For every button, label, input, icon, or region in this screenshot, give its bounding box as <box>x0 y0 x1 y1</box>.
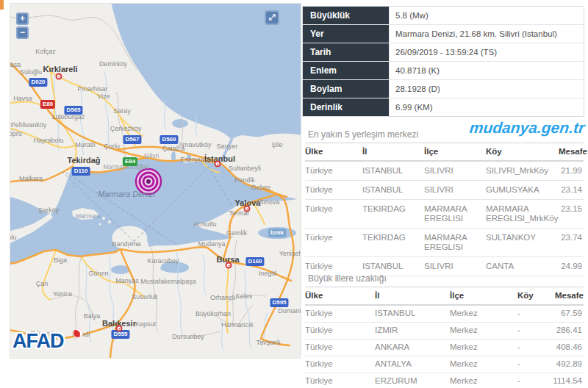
table-cell: SILIVRI <box>424 161 486 181</box>
corner-road-fragment <box>0 0 4 10</box>
road-badge: D567 <box>123 135 141 144</box>
table-cell: Türkiye <box>305 181 362 200</box>
islet <box>102 217 105 220</box>
city-marker <box>226 262 232 269</box>
islet <box>99 223 101 226</box>
cities-table: ÜlkeİlİlçeKöyMesafeTürkiyeISTANBULMerkez… <box>305 287 584 388</box>
table-cell: Türkiye <box>305 340 375 356</box>
table-row: TürkiyeERZURUMMerkez-1114.54 <box>305 373 584 388</box>
table-cell: ANTALYA <box>375 356 450 373</box>
watermark: mudanya.gen.tr <box>468 119 585 137</box>
detail-value: 5.8 (Mw) <box>390 7 584 24</box>
detail-value: 6.99 (KM) <box>390 98 584 116</box>
table-cell: SULTANKOY <box>486 229 559 257</box>
table-cell: - <box>517 305 551 323</box>
table-cell: Türkiye <box>305 356 375 373</box>
table-cell: SILIVRI_MrkKöy <box>486 161 559 181</box>
column-header: Mesafe <box>559 143 584 162</box>
road-badge: D110 <box>72 167 90 176</box>
table-cell: TEKIRDAG <box>362 200 424 229</box>
minus-icon: − <box>20 27 25 37</box>
table-cell: Türkiye <box>305 200 362 229</box>
table-cell: ISTANBUL <box>362 181 424 200</box>
detail-label: Enlem <box>303 62 389 79</box>
table-cell: Türkiye <box>305 323 375 340</box>
column-header: İl <box>375 287 450 306</box>
table-cell: - <box>517 340 551 356</box>
table-row: TürkiyeANKARAMerkez-408.46 <box>305 340 584 356</box>
table-cell: Merkez <box>450 340 517 356</box>
table-cell: 67.59 <box>551 305 584 323</box>
table-cell: GUMUSYAKA <box>486 181 559 200</box>
table-cell: Türkiye <box>305 161 362 181</box>
table-cell: ISTANBUL <box>362 161 424 181</box>
road-badge: D595 <box>270 298 288 307</box>
detail-value: Marmara Denizi, 21.68 km. Silivri (Istan… <box>390 25 584 43</box>
map-viewport[interactable]: KofçazDemirköyLalapaşaKırklareliSüloğluP… <box>10 3 301 359</box>
table-row: TürkiyeANTALYAMerkez-492.89 <box>305 356 584 373</box>
detail-label: Tarih <box>303 43 389 61</box>
road-badge: D569 <box>159 135 178 144</box>
afad-logo-dot <box>73 328 83 338</box>
detail-label: Yer <box>303 25 389 43</box>
detail-value: 40.8718 (K) <box>390 62 584 79</box>
column-header: İl <box>362 143 424 162</box>
table-cell: 408.46 <box>551 340 584 356</box>
plus-icon: + <box>20 13 25 24</box>
table-row: TürkiyeTEKIRDAGMARMARA EREGLISIMARMARA E… <box>305 200 584 229</box>
detail-label: Büyüklük <box>303 7 389 24</box>
table-cell: MARMARA EREGLISI <box>424 200 486 229</box>
islet <box>108 220 111 223</box>
table-row: TürkiyeISTANBULMerkez-67.59 <box>305 305 584 323</box>
table-cell: 23.15 <box>559 200 584 229</box>
page: { "earthquake": { "rows": [ {"label":"Bü… <box>0 0 588 388</box>
table-row: TürkiyeIZMIRMerkez-286.41 <box>305 323 584 340</box>
table-cell: ISTANBUL <box>375 305 450 323</box>
road-badge: D020 <box>29 78 47 87</box>
nearest-section-title: En yakın 5 yerleşim merkezi <box>308 129 418 140</box>
table-cell: Türkiye <box>305 305 375 323</box>
table-row: TürkiyeISTANBULSILIVRISILIVRI_MrkKöy21.9… <box>305 161 584 181</box>
table-cell: 1114.54 <box>551 373 584 388</box>
table-cell: MARMARA EREGLISI <box>424 229 486 257</box>
detail-label: Boylam <box>303 80 389 98</box>
table-cell: - <box>517 373 551 388</box>
column-header: Köy <box>486 143 559 162</box>
table-cell: SILIVRI <box>424 257 486 276</box>
road-badge: D565 <box>64 106 82 115</box>
cities-section-title: Büyük illere uzaklığı <box>308 273 387 284</box>
afad-logo: AFAD <box>12 330 64 353</box>
table-cell: 492.89 <box>551 356 584 373</box>
detail-value: 28.1928 (D) <box>390 80 584 98</box>
city-marker <box>244 206 251 212</box>
column-header: Ülke <box>305 287 375 306</box>
table-cell: MARMARA EREGLISI_MrkKöy <box>486 200 559 229</box>
table-cell: Merkez <box>450 323 517 340</box>
table-cell: Türkiye <box>305 229 362 257</box>
road-badge: E84 <box>123 157 137 166</box>
nearest-table: ÜlkeİlİlçeKöyMesafeTürkiyeISTANBULSILIVR… <box>305 143 584 276</box>
zoom-out-button[interactable]: − <box>16 26 29 39</box>
table-row: TürkiyeISTANBULSILIVRIGUMUSYAKA23.14 <box>305 181 584 200</box>
city-marker <box>116 326 123 332</box>
column-header: İlçe <box>450 287 517 306</box>
table-cell: Merkez <box>450 373 517 388</box>
table-cell: - <box>517 356 551 373</box>
fullscreen-button[interactable]: ⤢ <box>265 10 279 25</box>
table-cell: Merkez <box>450 356 517 373</box>
map-canvas <box>10 4 301 359</box>
lake-terkos <box>172 119 188 128</box>
table-row: TürkiyeTEKIRDAGMARMARA EREGLISISULTANKOY… <box>305 229 584 257</box>
expand-icon: ⤢ <box>269 12 276 21</box>
table-cell: TEKIRDAG <box>362 229 424 257</box>
table-cell: 286.41 <box>551 323 584 340</box>
table-cell: 21.99 <box>559 161 584 181</box>
epicenter-marker <box>136 169 161 194</box>
table-cell: 23.74 <box>559 229 584 257</box>
road-badge: İznik <box>268 229 286 237</box>
table-cell: CANTA <box>486 257 559 276</box>
table-cell: ANKARA <box>375 340 450 356</box>
city-marker <box>56 73 62 80</box>
table-cell: 23.14 <box>559 181 584 200</box>
zoom-in-button[interactable]: + <box>16 12 29 25</box>
